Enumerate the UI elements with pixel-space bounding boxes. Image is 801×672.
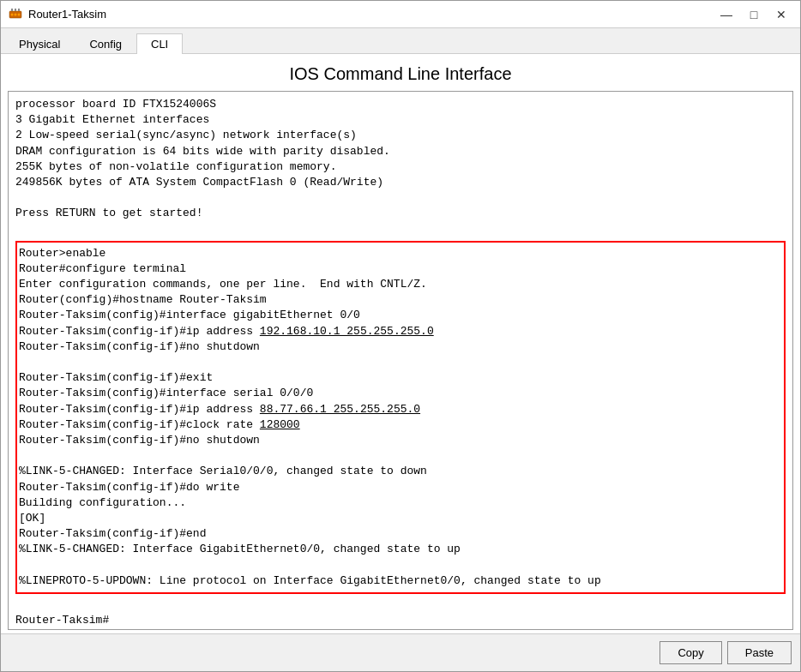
window-title: Router1-Taksim — [28, 8, 106, 21]
cli-highlight-line-1: Router>enable Router#configure terminal … — [19, 247, 601, 587]
page-title: IOS Command Line Interface — [1, 54, 800, 91]
cli-terminal[interactable]: processor board ID FTX1524006S 3 Gigabit… — [8, 91, 793, 630]
tab-bar: Physical Config CLI — [1, 28, 800, 54]
title-bar-left: Router1-Taksim — [8, 7, 106, 22]
tab-config[interactable]: Config — [75, 33, 136, 54]
svg-point-3 — [18, 13, 21, 15]
svg-point-1 — [11, 13, 14, 15]
cli-pre-highlight: processor board ID FTX1524006S 3 Gigabit… — [15, 97, 786, 237]
minimize-button[interactable]: — — [714, 5, 738, 24]
close-button[interactable]: ✕ — [769, 5, 793, 24]
bottom-bar: Copy Paste — [1, 633, 800, 671]
maximize-button[interactable]: □ — [742, 5, 766, 24]
router-icon — [8, 7, 23, 22]
tab-cli[interactable]: CLI — [136, 33, 183, 54]
window-controls: — □ ✕ — [714, 5, 793, 24]
paste-button[interactable]: Paste — [727, 641, 792, 664]
svg-rect-5 — [15, 9, 16, 11]
title-bar: Router1-Taksim — □ ✕ — [1, 1, 800, 28]
svg-rect-4 — [11, 9, 13, 11]
tab-physical[interactable]: Physical — [4, 33, 75, 54]
svg-rect-6 — [18, 9, 20, 11]
main-content: IOS Command Line Interface processor boa… — [1, 54, 800, 671]
svg-point-2 — [15, 13, 17, 15]
cli-post-highlight: Router-Taksim# %SYS-5-CONFIG_I: Configur… — [15, 597, 786, 630]
cli-highlighted-block: Router>enable Router#configure terminal … — [15, 241, 786, 594]
main-window: Router1-Taksim — □ ✕ Physical Config CLI… — [0, 0, 801, 672]
copy-button[interactable]: Copy — [659, 641, 721, 664]
